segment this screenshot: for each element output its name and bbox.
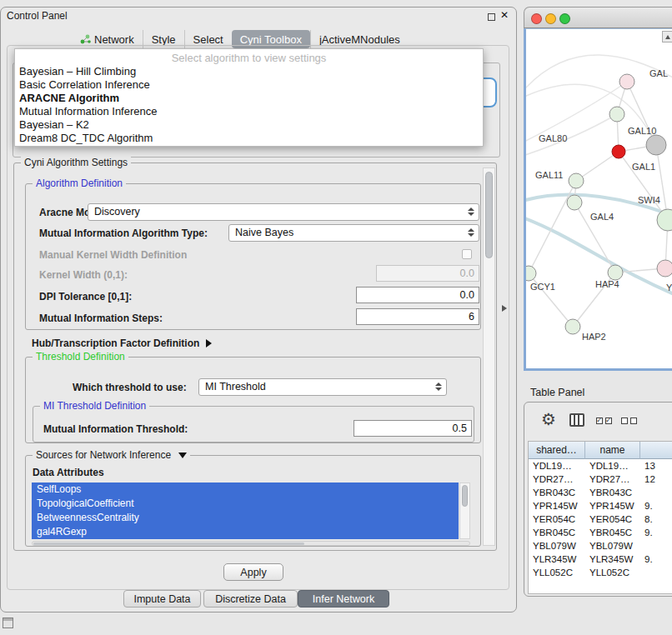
network-node[interactable]: [567, 195, 582, 210]
close-traffic-light[interactable]: [531, 13, 542, 24]
collapse-down-icon: [178, 452, 187, 458]
combo-arrows-icon: [467, 228, 474, 237]
table-cell: 9.: [640, 501, 672, 511]
divider-arrow-icon[interactable]: [502, 305, 507, 312]
network-node[interactable]: [657, 260, 672, 277]
attributes-hscrollbar[interactable]: [32, 541, 470, 546]
table-cell: YLR345W: [585, 554, 640, 564]
tab-label: Network: [94, 33, 134, 46]
table-cell: YPR145W: [529, 501, 585, 511]
select-all-columns-icon[interactable]: [596, 418, 612, 424]
kernel-width-field[interactable]: 0.0: [376, 265, 479, 282]
algorithm-option[interactable]: Bayesian – K2: [15, 118, 483, 132]
tab-infer-network[interactable]: Infer Network: [298, 590, 389, 608]
attributes-scrollbar[interactable]: [459, 482, 470, 539]
attributes-scrollbar-thumb[interactable]: [462, 485, 468, 507]
mi-steps-label: Mutual Information Steps:: [39, 310, 163, 327]
attribute-item[interactable]: BetweennessCentrality: [32, 511, 459, 525]
manual-kernel-checkbox[interactable]: [462, 249, 472, 259]
mi-threshold-definition-group: MI Threshold Definition Mutual Informati…: [33, 406, 474, 442]
network-node[interactable]: [619, 74, 634, 89]
float-window-icon[interactable]: [488, 13, 495, 21]
network-node[interactable]: [609, 107, 624, 122]
network-node[interactable]: [608, 265, 623, 280]
dpi-tolerance-field[interactable]: 0.0: [356, 287, 479, 303]
algorithm-option[interactable]: Mutual Information Inference: [15, 105, 483, 118]
attribute-item[interactable]: SelfLoops: [32, 482, 459, 497]
attribute-item[interactable]: gal4RGexp: [32, 525, 459, 539]
table-cell: YBR045C: [585, 528, 640, 538]
sources-toggle[interactable]: Sources for Network Inference: [33, 449, 190, 461]
table-row[interactable]: YPR145WYPR145W9.: [529, 499, 672, 512]
gear-icon[interactable]: ⚙: [541, 409, 556, 429]
network-node[interactable]: [569, 173, 584, 188]
algorithm-option[interactable]: Basic Correlation Inference: [15, 78, 483, 92]
algorithm-option[interactable]: ARACNE Algorithm: [15, 92, 483, 105]
table-row[interactable]: YLL052CYLL052C: [529, 566, 672, 579]
tab-impute-data[interactable]: Impute Data: [123, 590, 201, 608]
hub-definition-toggle[interactable]: Hub/Transcription Factor Definition: [32, 337, 212, 350]
data-attributes-label: Data Attributes: [33, 464, 104, 481]
table-body: YDL19…YDL19…13YDR27…YDR27…12YBR043CYBR04…: [529, 459, 672, 579]
settings-scrollbar-thumb[interactable]: [485, 172, 493, 258]
table-header: shared… name: [529, 442, 672, 459]
table-row[interactable]: YDL19…YDL19…13: [529, 459, 672, 472]
table-row[interactable]: YDR27…YDR27…12: [529, 472, 672, 486]
zoom-traffic-light[interactable]: [559, 13, 570, 24]
canvas-scroll-arrow-icon[interactable]: [662, 31, 672, 42]
selected-value: MI Threshold: [205, 381, 266, 392]
attribute-item[interactable]: TopologicalCoefficient: [32, 497, 459, 511]
network-window-titlebar[interactable]: [524, 7, 672, 28]
tab-discretize-data[interactable]: Discretize Data: [203, 590, 298, 608]
node-label: GAL11: [535, 170, 563, 180]
network-node[interactable]: [646, 135, 666, 155]
table-cell: 8.: [640, 514, 672, 524]
tab-label: jActiveMNodules: [319, 33, 400, 46]
table-cell: YDL19…: [529, 461, 585, 471]
screen: Control Panel ✕ Network Style Select Cyn…: [0, 0, 672, 635]
which-threshold-select[interactable]: MI Threshold: [198, 378, 447, 396]
threshold-definition-group: Threshold Definition Which threshold to …: [25, 357, 481, 443]
unchecked-box-icon: [621, 418, 628, 424]
node-label: GAL10: [628, 126, 656, 136]
table-cell: YBR045C: [529, 528, 585, 538]
table-row[interactable]: YBR043CYBR043C: [529, 486, 672, 499]
dpi-tolerance-label: DPI Tolerance [0,1]:: [39, 288, 132, 305]
group-title: Algorithm Definition: [33, 178, 126, 189]
close-icon[interactable]: ✕: [500, 9, 509, 21]
algorithm-option[interactable]: Bayesian – Hill Climbing: [15, 65, 483, 78]
mi-steps-field[interactable]: 6: [356, 308, 479, 325]
network-canvas[interactable]: GALGAL80GAL10GAL11GAL1SWI4GAL4GCY1HAP4HA…: [524, 28, 672, 371]
column-header[interactable]: name: [585, 442, 640, 459]
table-cell: YPR145W: [585, 501, 640, 511]
settings-scrollbar[interactable]: [483, 168, 495, 546]
unselect-all-columns-icon[interactable]: [621, 418, 637, 424]
column-header[interactable]: [640, 442, 672, 459]
table-row[interactable]: YER054CYER054C8.: [529, 512, 672, 526]
network-node[interactable]: [612, 145, 625, 158]
expand-right-icon: [206, 339, 212, 348]
table-row[interactable]: YLR345WYLR345W9.: [529, 552, 672, 566]
algorithm-option[interactable]: Dream8 DC_TDC Algorithm: [15, 132, 483, 145]
node-label: SWI4: [638, 195, 660, 205]
column-header[interactable]: shared…: [529, 442, 585, 459]
table-cell: YDL19…: [585, 461, 640, 471]
table-cell: YBL079W: [529, 541, 585, 551]
algorithm-dropdown-list: Bayesian – Hill ClimbingBasic Correlatio…: [15, 65, 483, 145]
table-row[interactable]: YBL079WYBL079W: [529, 539, 672, 552]
mi-threshold-field[interactable]: 0.5: [354, 420, 472, 437]
network-node[interactable]: [565, 319, 580, 334]
apply-button[interactable]: Apply: [223, 563, 283, 581]
table-cell: 13: [640, 461, 672, 471]
table-row[interactable]: YBR045CYBR045C9.: [529, 526, 672, 539]
aracne-mode-select[interactable]: Discovery: [88, 203, 479, 221]
kernel-width-label: Kernel Width (0,1):: [39, 267, 128, 283]
attributes-hscrollbar-thumb[interactable]: [33, 542, 304, 545]
minimize-traffic-light[interactable]: [545, 13, 556, 24]
network-node[interactable]: [526, 266, 536, 281]
table-cell: 12: [640, 474, 672, 484]
mi-algorithm-type-select[interactable]: Naive Bayes: [228, 224, 479, 242]
table-cell: 9.: [640, 554, 672, 564]
minimized-window-icon[interactable]: [3, 618, 13, 628]
columns-icon[interactable]: [569, 413, 584, 427]
